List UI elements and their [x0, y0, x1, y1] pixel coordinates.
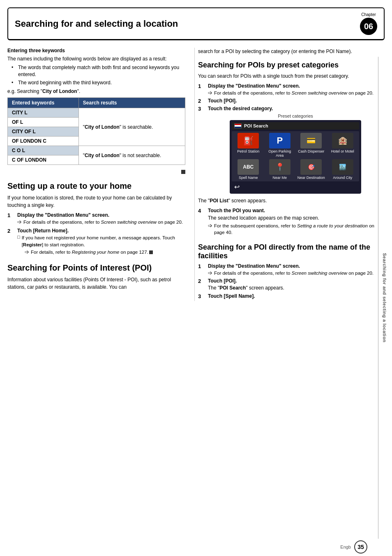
square-icon-2: □ [17, 234, 20, 239]
sidebar-text: Searching for and selecting a location [382, 253, 387, 343]
poi-icon-label-spell: Spell Name [239, 176, 258, 180]
page-footer: Engb 35 [340, 540, 367, 554]
flag-icon [234, 123, 242, 128]
poi-continuation: search for a POI by selecting the catego… [198, 48, 385, 55]
facility-step-num-3: 3 [198, 293, 206, 299]
arrow-icon-2: ➩ [25, 249, 29, 255]
poi-step-2-text: Touch [POI]. [208, 98, 237, 104]
poi-icon-parking[interactable]: P Open Parking Area [265, 133, 295, 158]
poi-step-4-text: Touch the POI you want. [208, 208, 265, 213]
poi-step-1-sub: ➩ For details of the operations, refer t… [208, 90, 374, 96]
chapter-badge: Chapter 06 [360, 12, 377, 35]
facility-arrow-1: ➩ [208, 270, 212, 276]
step-num-2: 2 [7, 228, 16, 234]
poi-step-4: 4 Touch the POI you want. The searched l… [198, 208, 385, 236]
poi-icon-label-parking: Open Parking Area [265, 149, 295, 158]
poi-icon-nearme[interactable]: 📍 Near Me [265, 159, 295, 180]
facility-step-1: 1 Display the "Destination Menu" screen.… [198, 263, 385, 276]
poi-icon-label-hotel: Hotel or Motel [331, 149, 354, 153]
poi-screen-area: Preset categories POI Search ⛽ [206, 114, 385, 194]
poi-icon-hotel[interactable]: 🏨 Hotel or Motel [328, 133, 358, 158]
poi-back-button[interactable]: ↩ [234, 183, 240, 190]
bullet-text-2: The word beginning with the third keywor… [18, 79, 112, 86]
poi-step-4-sub: ➩ For the subsequent operations, refer t… [208, 222, 385, 236]
poi-intro-para1: Information about various facilities (Po… [7, 276, 185, 291]
poi-intro-section: Searching for Points of Interest (POI) I… [7, 263, 185, 291]
end-marker-2 [149, 250, 153, 254]
step-2-sub2-text: For details, refer to Registering your h… [31, 249, 153, 255]
poi-icon-spell[interactable]: ABC Spell Name [233, 159, 263, 180]
left-column: Entering three keywords The names includ… [7, 48, 194, 301]
end-marker [181, 170, 185, 174]
facility-step-3-text: Touch [Spell Name]. [208, 293, 255, 299]
keyword-cell: OF LONDON C [8, 137, 79, 146]
facility-step-1-sub: ➩ For details of the operations, refer t… [208, 270, 374, 276]
facility-step-2-text: Touch [POI]. [208, 278, 237, 284]
page-title: Searching for and selecting a location [15, 19, 178, 29]
facility-step-3: 3 Touch [Spell Name]. [198, 293, 385, 299]
step-1: 1 Display the "Destination Menu" screen.… [7, 212, 185, 225]
poi-screen-title: POI Search [244, 123, 268, 128]
bullet-dot-2: • [12, 79, 16, 86]
facility-step-num-2: 2 [198, 278, 206, 284]
bullet-item-2: • The word beginning with the third keyw… [12, 79, 185, 86]
page-number-circle: 35 [354, 540, 367, 554]
step-2-sub2: ➩ For details, refer to Registering your… [25, 249, 185, 255]
poi-intro-heading: Searching for Points of Interest (POI) [7, 263, 185, 273]
facility-step-1-sub-text: For details of the operations, refer to … [214, 270, 374, 276]
poi-step-3-text: Touch the desired category. [208, 106, 273, 111]
poi-icon-grid: ⛽ Petrol Station P Open Parking Area 💳 C… [232, 131, 359, 181]
poi-list-text: The "POI List" screen appears. [198, 197, 385, 204]
bullet-dot-1: • [12, 64, 16, 71]
facility-step-2: 2 Touch [POI]. The "POI Search" screen a… [198, 278, 385, 292]
right-column: Searching for POIs by preset categories … [194, 48, 385, 301]
poi-icon-label-aroundcity: Around City [333, 176, 352, 180]
chapter-number: 06 [360, 18, 377, 35]
keyword-cell: C OF LONDON [8, 155, 79, 165]
step-1-text: Display the "Destination Menu" screen. [17, 212, 109, 218]
setting-up-para: If your home location is stored, the rou… [7, 194, 185, 209]
poi-search-appears: The "POI Search" screen appears. [208, 284, 284, 292]
bullet-list: • The words that completely match with b… [12, 64, 185, 86]
preset-categories-label: Preset categories [206, 114, 385, 118]
poi-step-num-3: 3 [198, 106, 206, 112]
keyword-cell: CITY L [8, 108, 79, 118]
poi-preset-heading: Searching for POIs by preset categories [198, 61, 385, 70]
poi-step-2: 2 Touch [POI]. [198, 98, 385, 104]
keyword-cell: C O L [8, 146, 79, 155]
poi-step-4-para: The searched location appears on the map… [208, 214, 385, 222]
poi-facility-section: Searching for a POI directly from the na… [198, 243, 385, 299]
chapter-label: Chapter [361, 12, 376, 17]
result-cell: "City of London" is searchable. [78, 108, 185, 146]
step-2-sub1-text: If you have not registered your home num… [22, 234, 185, 248]
poi-step-1-sub-text: For details of the operations, refer to … [214, 90, 374, 96]
poi-step-3: 3 Touch the desired category. [198, 106, 385, 112]
setting-up-heading: Setting up a route to your home [7, 181, 185, 191]
sidebar-rotated: Searching for and selecting a location [378, 57, 390, 539]
poi-step-num-1: 1 [198, 83, 206, 89]
poi-step-4-sub-text: For the subsequent operations, refer to … [214, 222, 385, 236]
poi-icon-neardest[interactable]: 🎯 Near Destination [296, 159, 326, 180]
entering-keywords-section: Entering three keywords The names includ… [7, 48, 185, 174]
poi-icon-label-nearme: Near Me [272, 176, 287, 180]
step-2-sub1: □ If you have not registered your home n… [17, 234, 185, 248]
step-1-sub-text: For details of the operations, refer to … [23, 219, 183, 225]
poi-step-num-2: 2 [198, 98, 206, 104]
result-cell: "City of London" is not searchable. [78, 146, 185, 165]
poi-icon-aroundcity[interactable]: 🏙️ Around City [328, 159, 358, 180]
step-1-sub: ➩ For details of the operations, refer t… [17, 219, 183, 225]
poi-screenshot: POI Search ⛽ Petrol Station P Open Pa [230, 120, 361, 194]
bullet-text-1: The words that completely match with bot… [18, 64, 185, 78]
facility-step-num-1: 1 [198, 263, 206, 269]
entering-keywords-heading: Entering three keywords [7, 48, 185, 53]
poi-preset-para: You can search for POIs with a single to… [198, 72, 385, 80]
poi-icon-petrol[interactable]: ⛽ Petrol Station [233, 133, 263, 158]
poi-icon-label-petrol: Petrol Station [237, 149, 259, 153]
step-num-1: 1 [7, 212, 16, 218]
step-2-text: Touch [Return Home]. [17, 228, 69, 234]
poi-icon-cash[interactable]: 💳 Cash Dispenser [296, 133, 326, 158]
table-row: C O L "City of London" is not searchable… [8, 146, 185, 155]
poi-step-1: 1 Display the "Destination Menu" screen.… [198, 83, 385, 96]
poi-icon-label-cash: Cash Dispenser [298, 149, 324, 153]
poi-step-1-text: Display the "Destination Menu" screen. [208, 83, 300, 89]
